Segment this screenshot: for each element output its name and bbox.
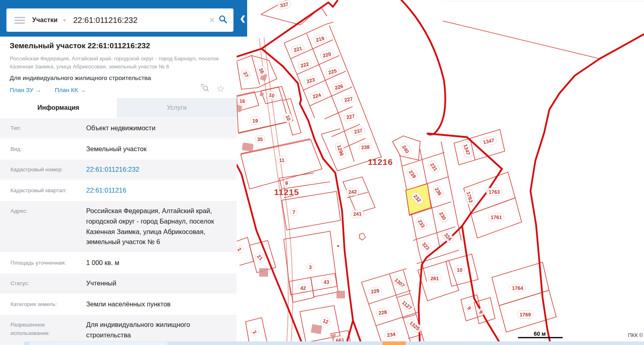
parcel-label-21[interactable]: 21 xyxy=(254,251,266,264)
parcel-label-1763[interactable]: 1763 xyxy=(464,189,476,206)
parcel-label-231[interactable]: 231 xyxy=(427,160,441,175)
parcel-label-35[interactable]: 35 xyxy=(255,136,265,143)
parcel-label-220[interactable]: 220 xyxy=(320,49,334,60)
locate-on-plan-icon[interactable] xyxy=(200,83,210,94)
panel-tabs: Информация Услуги xyxy=(0,98,237,117)
parcel-label-261[interactable]: 261 xyxy=(428,275,441,282)
cadastral-map[interactable]: 3372212192222202232252242262272272372381… xyxy=(237,0,644,345)
svg-text:9: 9 xyxy=(285,181,288,186)
svg-text:1761: 1761 xyxy=(491,215,502,220)
parcel-label-239[interactable]: 239 xyxy=(406,167,419,182)
collapse-panel-icon[interactable]: ❮ xyxy=(240,14,246,23)
parcel-label-1764[interactable]: 1764 xyxy=(510,284,525,292)
parcel-label-228[interactable]: 228 xyxy=(376,308,390,317)
plan-zu-link[interactable]: План ЗУ → xyxy=(10,86,41,93)
parcel-label-221[interactable]: 221 xyxy=(291,44,305,54)
parcel-label-241[interactable]: 241 xyxy=(351,209,364,218)
parcel-label-229[interactable]: 229 xyxy=(368,286,382,296)
parcel-label-19[interactable]: 19 xyxy=(250,117,260,125)
parcel-boundaries xyxy=(237,0,600,345)
parcel-label-227[interactable]: 227 xyxy=(342,94,356,104)
svg-text:234: 234 xyxy=(387,331,396,338)
parcel-label-234[interactable]: 234 xyxy=(384,330,398,339)
parcel-label-240[interactable]: 240 xyxy=(399,142,413,156)
parcel-label-37[interactable]: 37 xyxy=(240,68,251,80)
svg-text:228: 228 xyxy=(378,309,388,316)
parcel-label-9[interactable]: 9 xyxy=(464,303,474,313)
plan-kk-link[interactable]: План КК → xyxy=(55,86,86,93)
parcel-label-1761[interactable]: 1761 xyxy=(488,214,504,221)
svg-text:19: 19 xyxy=(252,118,258,124)
parcel-label-10[interactable]: 10 xyxy=(283,112,293,123)
parcel-label-224[interactable]: 224 xyxy=(310,90,324,101)
parcel-label-3[interactable]: 3 xyxy=(307,263,314,271)
svg-text:10: 10 xyxy=(457,267,462,273)
parcel-label-10[interactable]: 10 xyxy=(455,266,464,274)
parcel-label-233[interactable]: 233 xyxy=(415,216,428,231)
tab-services[interactable]: Услуги xyxy=(117,98,237,117)
quarter-label-11215: 11215 xyxy=(274,187,299,197)
parcel-label-1347[interactable]: 1347 xyxy=(480,136,497,147)
parcel-label-227[interactable]: 227 xyxy=(344,112,358,121)
map-canvas[interactable]: 3372212192222202232252242262272272372381… xyxy=(237,0,644,345)
parcel-label-230[interactable]: 230 xyxy=(436,208,450,223)
chevron-down-icon[interactable]: ▾ xyxy=(63,17,66,23)
favorite-star-icon[interactable]: ☆ xyxy=(216,84,225,93)
search-category-select[interactable]: Участки xyxy=(32,16,58,24)
table-row: Кадастровый квартал: 22:61:011216 xyxy=(0,181,237,201)
parcel-label-2[interactable]: 2 xyxy=(237,244,245,254)
table-row: Статус: Учтенный xyxy=(0,273,237,294)
parcel-address-note: Российская Федерация, Алтайский край, го… xyxy=(10,55,219,70)
parcel-label-16[interactable]: 16 xyxy=(237,97,247,105)
taskbar-strip-orange xyxy=(382,341,406,345)
parcel-label-337[interactable]: 337 xyxy=(277,0,291,10)
parcel-label-238[interactable]: 238 xyxy=(359,143,372,151)
parcel-label-324[interactable]: 324 xyxy=(441,230,455,244)
parcel-label-2[interactable]: 2 xyxy=(250,327,260,337)
parcel-label-236[interactable]: 236 xyxy=(432,184,445,199)
parcel-label-1325[interactable]: 1325 xyxy=(406,318,423,334)
parcel-label-1296[interactable]: 1296 xyxy=(334,142,347,159)
parcel-label-9[interactable]: 9 xyxy=(283,179,290,187)
attribute-table: Тип: Объект недвижимости Вид: Земельный … xyxy=(0,117,237,345)
svg-text:35: 35 xyxy=(257,137,263,142)
parcel-usage-note: Для индивидуального жилищного строительс… xyxy=(10,74,227,82)
svg-text:7: 7 xyxy=(293,209,295,215)
search-header: Участки ▾ ✕ ❮ xyxy=(0,0,247,37)
parcel-info-panel: Земельный участок 22:61:011216:232 Росси… xyxy=(0,37,237,345)
cadastral-number-link[interactable]: 22:61:011216:232 xyxy=(86,164,231,175)
arrow-icon: → xyxy=(35,86,41,93)
table-row: Площадь уточненная: 1 000 кв. м xyxy=(0,253,237,273)
parcel-label-242[interactable]: 242 xyxy=(346,187,359,196)
search-box: Участки ▾ ✕ xyxy=(6,8,233,32)
tab-information[interactable]: Информация xyxy=(0,98,117,117)
parcel-label-1763[interactable]: 1763 xyxy=(486,188,502,196)
svg-text:242: 242 xyxy=(348,189,357,195)
panel-header: Земельный участок 22:61:011216:232 Росси… xyxy=(0,37,237,98)
parcel-label-225[interactable]: 225 xyxy=(325,66,339,77)
parcel-label-11[interactable]: 11 xyxy=(277,156,287,164)
menu-icon[interactable] xyxy=(14,15,25,25)
parcel-label-10[interactable]: 10 xyxy=(266,90,277,101)
svg-text:229: 229 xyxy=(371,288,380,295)
search-input[interactable] xyxy=(73,16,206,25)
svg-text:1764: 1764 xyxy=(512,285,523,291)
cadastral-quarter-link[interactable]: 22:61:011216 xyxy=(86,185,231,196)
clear-search-icon[interactable]: ✕ xyxy=(206,16,218,25)
parcel-label-7[interactable]: 7 xyxy=(291,208,297,216)
svg-text:42: 42 xyxy=(300,285,306,291)
svg-text:3: 3 xyxy=(309,265,312,270)
parcel-label-219[interactable]: 219 xyxy=(313,34,327,44)
search-icon[interactable] xyxy=(218,14,228,26)
parcel-label-42[interactable]: 42 xyxy=(298,284,308,292)
parcel-label-12[interactable]: 12 xyxy=(320,316,331,327)
parcel-label-323[interactable]: 323 xyxy=(419,239,433,253)
parcel-label-237[interactable]: 237 xyxy=(351,126,365,136)
parcel-label-1769[interactable]: 1769 xyxy=(517,311,533,318)
svg-text:16: 16 xyxy=(239,99,245,104)
table-row: Вид: Земельный участок xyxy=(0,139,237,159)
parcel-label-43[interactable]: 43 xyxy=(322,278,331,286)
svg-text:11: 11 xyxy=(279,158,284,163)
parcel-label-223[interactable]: 223 xyxy=(303,75,318,86)
page-title: Земельный участок 22:61:011216:232 xyxy=(10,41,227,50)
